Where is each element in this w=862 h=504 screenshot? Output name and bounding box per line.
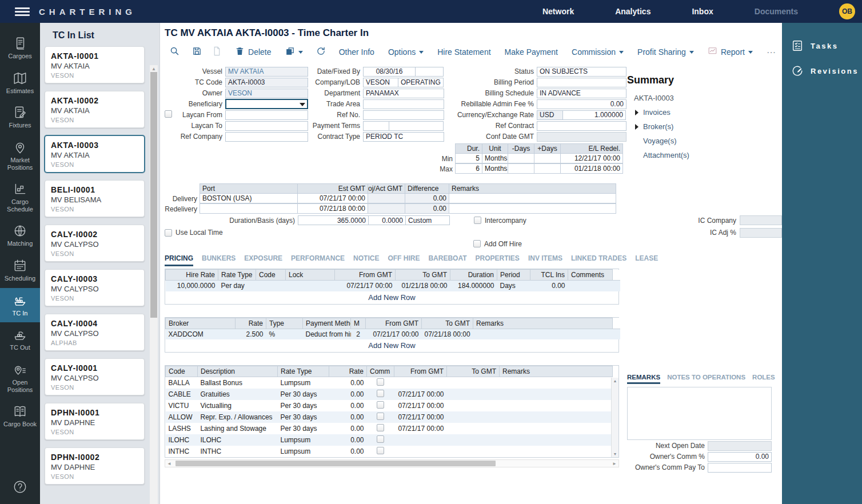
ref-contract-field[interactable]: [537, 121, 626, 131]
minus-days-field[interactable]: [508, 153, 534, 163]
duration-value-field[interactable]: 6: [455, 163, 482, 174]
tc-list-item[interactable]: DPHN-I0002 MV DAPHNE VESON: [45, 447, 145, 485]
scroll-up-icon[interactable]: ▲: [150, 65, 158, 71]
hire-statement-button[interactable]: Hire Statement: [432, 47, 496, 57]
exchange-rate-field[interactable]: 1.000000: [562, 110, 626, 120]
company-field[interactable]: VESON: [363, 78, 398, 87]
summary-item[interactable]: Invoices: [635, 108, 776, 117]
make-payment-button[interactable]: Make Payment: [499, 47, 564, 57]
tc-list-item[interactable]: CALY-I0002 MV CALYPSO VESON: [45, 225, 145, 262]
user-avatar[interactable]: OB: [839, 3, 855, 19]
billing-period-field[interactable]: [537, 78, 626, 87]
comm-checkbox[interactable]: [377, 401, 384, 409]
port-field[interactable]: [199, 203, 298, 214]
help-button[interactable]: [0, 479, 40, 496]
cost-code-row[interactable]: ILOHCILOHCLumpsum 0.00: [166, 434, 613, 446]
ref-company-field[interactable]: [225, 132, 308, 142]
date-fixed-by-field[interactable]: 08/30/16: [363, 67, 416, 77]
refresh-button[interactable]: [311, 46, 331, 58]
cost-code-row[interactable]: CABLEGratuitiesPer 30 days 0.00 07/21/17…: [166, 389, 613, 400]
report-button[interactable]: Report: [702, 46, 759, 58]
fixed-by-field[interactable]: [415, 67, 444, 77]
detail-tab[interactable]: BAREBOAT: [428, 254, 466, 266]
sidebar-item-tc-out[interactable]: TC Out: [0, 322, 40, 357]
tc-list-item[interactable]: AKTA-I0001 MV AKTAIA VESON: [45, 46, 145, 83]
table-vertical-scrollbar[interactable]: ▲ ▼: [611, 378, 618, 457]
vessel-field[interactable]: MV AKTAIA: [225, 67, 308, 77]
beneficiary-dropdown[interactable]: [225, 99, 308, 109]
nav-inbox[interactable]: Inbox: [692, 7, 713, 16]
duration-value-field[interactable]: 5: [455, 153, 482, 163]
sidebar-item-fixtures[interactable]: Fixtures: [0, 100, 40, 135]
el-redel-field[interactable]: 12/21/17 00:00: [560, 153, 623, 163]
commission-button[interactable]: Commission: [566, 47, 629, 57]
detail-tab[interactable]: OFF HIRE: [388, 254, 420, 266]
cost-code-row[interactable]: INTHCINTHCLumpsum 0.00: [166, 446, 613, 457]
ref-no-field[interactable]: [363, 110, 444, 120]
detail-tab[interactable]: BUNKERS: [202, 254, 236, 266]
port-field[interactable]: BOSTON (USA): [199, 193, 298, 203]
tc-list-item[interactable]: CALY-I0004 MV CALYPSO ALPHAB: [45, 314, 145, 351]
scroll-left-icon[interactable]: ◄: [165, 461, 173, 466]
summary-item[interactable]: Broker(s): [635, 122, 776, 131]
comm-checkbox[interactable]: [377, 435, 384, 443]
tc-list-item[interactable]: DPHN-I0001 MV DAPHNE VESON: [45, 403, 145, 440]
summary-item[interactable]: Attachment(s): [635, 151, 776, 159]
detail-tab[interactable]: LINKED TRADES: [571, 254, 626, 266]
remarks-tab[interactable]: REMARKS: [627, 374, 660, 384]
detail-tab[interactable]: EXPOSURE: [244, 254, 282, 266]
payment-terms-code-field[interactable]: [363, 121, 389, 131]
nav-documents[interactable]: Documents: [755, 7, 798, 16]
next-open-date-field[interactable]: [708, 441, 772, 451]
remarks-textarea[interactable]: [627, 387, 772, 440]
owners-comm-field[interactable]: 0.00: [708, 452, 772, 462]
proj-act-gmt-field[interactable]: [368, 193, 405, 203]
contract-type-field[interactable]: PERIOD TC: [363, 132, 444, 142]
pricing-add-new-row-link[interactable]: Add New Row: [165, 291, 618, 304]
sidebar-item-cargoes[interactable]: Cargoes: [0, 31, 40, 66]
scroll-down-icon[interactable]: ▼: [613, 452, 617, 456]
detail-tab[interactable]: PROPERTIES: [476, 254, 520, 266]
est-gmt-field[interactable]: 07/21/17 00:00: [297, 193, 368, 203]
intercompany-checkbox[interactable]: [474, 217, 481, 224]
cost-code-row[interactable]: ALLOWRepr. Exp. / AllowancesPer 30 days …: [166, 411, 613, 423]
department-field[interactable]: PANAMAX: [363, 89, 444, 98]
remarks-field[interactable]: [449, 203, 616, 214]
status-field[interactable]: ON SUBJECTS: [537, 67, 626, 77]
sidebar-item-open-positions[interactable]: Open Positions: [0, 357, 40, 399]
comm-checkbox[interactable]: [377, 413, 384, 420]
detail-tab[interactable]: INV ITEMS: [528, 254, 562, 266]
cost-code-row[interactable]: VICTUVictuallingPer 30 days 0.00 07/21/1…: [166, 400, 613, 411]
sidebar-item-tc-in[interactable]: TC In: [0, 288, 40, 323]
detail-tab[interactable]: LEASE: [635, 254, 658, 266]
scroll-up-icon[interactable]: ▲: [613, 379, 617, 383]
ic-adj-field[interactable]: [740, 228, 782, 238]
pricing-row[interactable]: 10,000.0000Per day 07/21/17 00:0001/21/1…: [166, 281, 620, 291]
delete-button[interactable]: Delete: [229, 46, 277, 58]
plus-days-field[interactable]: [534, 153, 561, 163]
sidebar-item-cargo-schedule[interactable]: Cargo Schedule: [0, 177, 40, 218]
minus-days-field[interactable]: [508, 163, 534, 174]
laycan-from-field[interactable]: [225, 110, 308, 120]
comm-checkbox[interactable]: [377, 424, 384, 431]
nav-network[interactable]: Network: [542, 7, 574, 16]
broker-row[interactable]: XADDCOM2.500% Deduct from hire207/21/17 …: [166, 329, 620, 339]
broker-add-new-row-link[interactable]: Add New Row: [165, 339, 618, 352]
expand-triangle-icon[interactable]: [635, 110, 638, 115]
duration-days-field[interactable]: 365.0000: [298, 215, 369, 225]
revisions-button[interactable]: Revisions: [782, 58, 862, 83]
sidebar-item-estimates[interactable]: Estimates: [0, 66, 40, 101]
summary-item[interactable]: Voyage(s): [635, 137, 776, 145]
detail-tab[interactable]: PRICING: [165, 254, 193, 266]
cost-code-row[interactable]: BALLABallast BonusLumpsum 0.00: [166, 377, 613, 389]
lob-field[interactable]: OPERATING: [398, 78, 444, 87]
ic-company-field[interactable]: [740, 215, 782, 225]
tc-list-item[interactable]: CALY-I0001 MV CALYPSO VESON: [45, 358, 145, 395]
owners-comm-pay-to-field[interactable]: [708, 463, 772, 473]
owner-field[interactable]: VESON: [225, 89, 308, 98]
tc-list-item[interactable]: BELI-I0001 MV BELISAMA VESON: [45, 180, 145, 217]
conf-date-gmt-field[interactable]: [537, 132, 626, 142]
detail-tab[interactable]: NOTICE: [353, 254, 379, 266]
summary-contract-code[interactable]: AKTA-I0003: [634, 94, 776, 102]
sidebar-item-matching[interactable]: Matching: [0, 218, 40, 253]
